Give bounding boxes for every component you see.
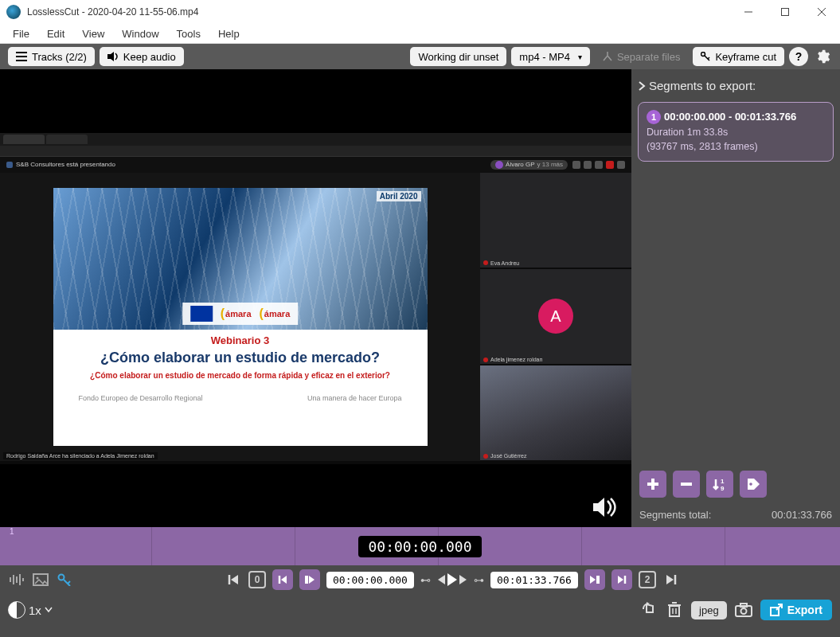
set-out-icon	[588, 574, 601, 585]
maximize-button[interactable]	[767, 0, 803, 24]
participant-tile: Eva Andreu	[480, 173, 631, 268]
svg-marker-29	[231, 575, 238, 584]
image-icon	[33, 573, 49, 586]
thumbnails-toggle[interactable]	[32, 571, 49, 588]
segment-item[interactable]: 100:00:00.000 - 00:01:33.766 Duration 1m…	[638, 102, 834, 162]
capture-format-button[interactable]: jpeg	[691, 601, 727, 619]
timeline-timecode[interactable]: 00:00:00.000	[358, 536, 481, 557]
video-frame[interactable]: S&B Consultores está presentando Álvaro …	[0, 69, 631, 527]
playback-controls: 0 ⊷ ⊶ 2	[0, 565, 840, 594]
prev-keyframes-count[interactable]: 0	[248, 571, 266, 588]
segment-duration: Duration 1m 33.8s	[647, 125, 825, 140]
slide: Abril 2020 ámara ámara Webinario 3 ¿Cómo…	[53, 188, 428, 446]
settings-button[interactable]	[813, 47, 832, 66]
label-segment-button[interactable]	[740, 471, 767, 498]
participant-tile: A Adela jimenez roldan	[480, 269, 631, 364]
remove-segment-button[interactable]	[673, 471, 700, 498]
timeline[interactable]: 1 00:00:00.000	[0, 527, 840, 565]
key-right: ⊶	[474, 574, 484, 586]
minus-icon	[678, 476, 694, 492]
keep-audio-button[interactable]: Keep audio	[100, 47, 184, 66]
sort-icon: 19	[712, 476, 728, 492]
menu-view[interactable]: View	[76, 26, 111, 41]
sort-segments-button[interactable]: 19	[706, 471, 733, 498]
waveform-toggle[interactable]	[8, 571, 25, 588]
svg-rect-45	[670, 606, 679, 616]
svg-marker-11	[593, 498, 604, 517]
svg-point-17	[749, 483, 752, 486]
set-start-button[interactable]	[299, 569, 320, 590]
avatar-icon: A	[538, 299, 573, 334]
camera-icon	[735, 603, 752, 617]
key-left: ⊷	[420, 574, 431, 586]
speaker-icon	[107, 52, 119, 61]
browser-tabbar	[0, 133, 631, 146]
slide-footer-right: Una manera de hacer Europa	[307, 394, 402, 402]
keyframes-toggle[interactable]	[56, 571, 73, 588]
working-dir-button[interactable]: Working dir unset	[410, 47, 506, 66]
jump-start-button[interactable]	[225, 571, 242, 588]
jump-end-button[interactable]	[662, 571, 680, 588]
minimize-icon	[744, 8, 752, 16]
set-end-button[interactable]	[584, 569, 605, 590]
svg-marker-37	[590, 576, 596, 584]
menu-tools[interactable]: Tools	[170, 26, 207, 41]
segments-total: Segments total: 00:01:33.766	[638, 504, 834, 521]
window-titlebar: LosslessCut - 2020-04-20 11-55-06.mp4	[0, 0, 840, 24]
close-button[interactable]	[803, 0, 840, 24]
volume-icon	[593, 497, 617, 518]
toolbar: Tracks (2/2) Keep audio Working dir unse…	[0, 44, 840, 69]
menu-help[interactable]: Help	[212, 26, 246, 41]
svg-point-8	[701, 53, 705, 57]
split-icon	[603, 52, 612, 61]
svg-marker-33	[309, 576, 315, 584]
end-timecode-input[interactable]	[490, 572, 578, 588]
keyframe-cut-button[interactable]: Keyframe cut	[693, 47, 784, 66]
segment-detail: (93767 ms, 2813 frames)	[647, 139, 825, 154]
svg-point-24	[37, 577, 39, 580]
plus-icon	[645, 476, 661, 492]
segments-panel-title[interactable]: Segments to export:	[638, 76, 834, 96]
maximize-icon	[781, 8, 789, 16]
participant-tile: José Gutiérrez	[480, 365, 631, 460]
menu-window[interactable]: Window	[115, 26, 165, 41]
prev-keyframe-button[interactable]	[272, 569, 293, 590]
svg-marker-43	[647, 604, 653, 612]
step-forward-button[interactable]	[459, 574, 467, 585]
menu-file[interactable]: File	[6, 26, 36, 41]
segment-actions: 19	[638, 471, 834, 498]
svg-marker-36	[459, 575, 467, 584]
next-keyframes-count[interactable]: 2	[639, 571, 656, 588]
format-select[interactable]: mp4 - MP4	[511, 47, 590, 66]
tag-icon	[745, 476, 761, 492]
help-button[interactable]: ?	[789, 47, 808, 66]
step-back-button[interactable]	[437, 574, 445, 585]
svg-rect-32	[305, 576, 308, 584]
timeline-seg-num: 1	[10, 527, 14, 536]
waveform-icon	[9, 573, 25, 586]
camara-logo: ámara	[221, 307, 252, 321]
svg-marker-35	[447, 573, 457, 586]
tracks-button[interactable]: Tracks (2/2)	[8, 47, 95, 66]
skip-start-icon	[228, 574, 239, 585]
volume-button[interactable]	[593, 497, 617, 518]
svg-line-27	[68, 581, 70, 584]
delete-button[interactable]	[666, 601, 683, 619]
next-keyframe-button[interactable]	[611, 569, 632, 590]
rotate-button[interactable]	[640, 601, 658, 619]
menu-edit[interactable]: Edit	[41, 26, 71, 41]
slide-subtitle: ¿Cómo elaborar un estudio de mercado de …	[66, 371, 415, 380]
start-timecode-input[interactable]	[326, 572, 414, 588]
playback-speed[interactable]: 1x	[8, 601, 53, 619]
chevron-down-icon	[45, 607, 53, 613]
minimize-button[interactable]	[730, 0, 767, 24]
menubar: File Edit View Window Tools Help	[0, 24, 840, 44]
export-button[interactable]: Export	[760, 600, 832, 620]
add-segment-button[interactable]	[639, 471, 666, 498]
capture-frame-button[interactable]	[735, 601, 752, 619]
separate-files-toggle[interactable]: Separate files	[595, 47, 689, 66]
play-button[interactable]	[447, 573, 458, 587]
keep-audio-label: Keep audio	[123, 51, 176, 63]
slide-title: ¿Cómo elaborar un estudio de mercado?	[66, 350, 415, 366]
video-area: S&B Consultores está presentando Álvaro …	[0, 69, 631, 527]
